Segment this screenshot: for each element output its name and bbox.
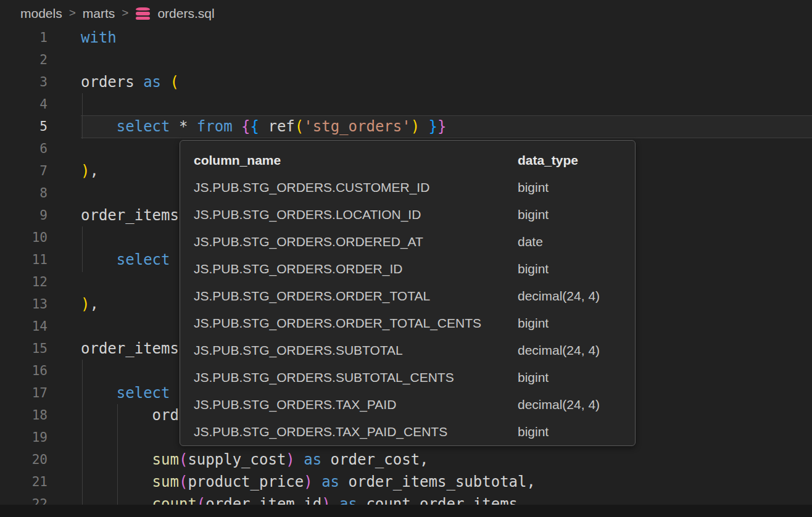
code-line-4[interactable] [81, 93, 812, 115]
code-token: order_cost, [321, 451, 428, 468]
code-token: supply_cost [188, 451, 286, 468]
popup-cell-column-name: JS.PUB.STG_ORDERS.ORDER_TOTAL [194, 289, 430, 303]
code-line-2[interactable] [81, 49, 812, 71]
code-token: select [117, 118, 170, 135]
line-number-14: 14 [0, 315, 48, 337]
code-token [259, 118, 268, 135]
code-token [233, 118, 241, 135]
line-number-4: 4 [0, 93, 48, 115]
code-token [81, 451, 152, 468]
code-token: as [321, 473, 339, 490]
line-number-1: 1 [0, 27, 48, 49]
popup-cell-data-type: bigint [518, 310, 549, 337]
code-token: with [81, 29, 117, 46]
code-token: order_items [81, 340, 179, 357]
code-token [81, 473, 152, 490]
popup-row: JS.PUB.STG_ORDERS.TAX_PAIDdecimal(24, 4) [180, 391, 635, 418]
popup-cell-column-name: JS.PUB.STG_ORDERS.CUSTOMER_ID [194, 180, 429, 194]
line-number-5: 5 [0, 115, 48, 138]
code-token [313, 473, 321, 490]
code-token: ( [179, 473, 188, 490]
code-token: order_items [81, 207, 179, 224]
code-token: , [89, 162, 98, 180]
code-token: select [117, 384, 170, 402]
breadcrumb-item-models[interactable]: models [20, 6, 62, 21]
column-info-popup: column_name data_type JS.PUB.STG_ORDERS.… [180, 140, 636, 446]
popup-cell-column-name: JS.PUB.STG_ORDERS.ORDERED_AT [194, 234, 423, 249]
popup-cell-data-type: date [518, 228, 543, 255]
code-token [420, 118, 428, 135]
popup-header-column-name: column_name [194, 153, 281, 167]
popup-cell-column-name: JS.PUB.STG_ORDERS.SUBTOTAL_CENTS [194, 370, 454, 384]
line-number-18: 18 [0, 404, 48, 426]
line-number-9: 9 [0, 204, 48, 226]
code-token: order_items_subtotal, [339, 473, 536, 490]
code-token: ) [81, 296, 89, 313]
code-token: 'stg_orders' [304, 118, 410, 135]
code-line-1[interactable]: with [81, 27, 812, 49]
line-number-21: 21 [0, 471, 48, 493]
popup-cell-data-type: bigint [518, 255, 549, 283]
line-number-13: 13 [0, 293, 48, 315]
popup-cell-data-type: bigint [518, 418, 549, 445]
code-token: sum [152, 451, 179, 468]
breadcrumb: models > marts > orders.sql [0, 0, 812, 27]
code-line-3[interactable]: orders as ( [81, 71, 812, 93]
code-token: as [304, 451, 321, 468]
popup-cell-column-name: JS.PUB.STG_ORDERS.TAX_PAID [194, 397, 396, 412]
popup-cell-column-name: JS.PUB.STG_ORDERS.ORDER_ID [194, 262, 402, 276]
line-number-gutter: 12345678910111213141516171819202122 [0, 27, 48, 515]
code-token [81, 118, 117, 135]
code-token: ) [411, 118, 420, 135]
code-token [161, 73, 170, 91]
code-token [295, 451, 304, 468]
popup-cell-data-type: bigint [518, 174, 549, 201]
code-token: ref [268, 118, 294, 135]
code-token: , [89, 296, 98, 313]
line-number-11: 11 [0, 249, 48, 271]
code-token: { [251, 118, 259, 135]
line-number-2: 2 [0, 49, 48, 71]
popup-cell-column-name: JS.PUB.STG_ORDERS.SUBTOTAL [194, 343, 403, 357]
popup-header-data-type: data_type [518, 147, 578, 174]
line-number-6: 6 [0, 138, 48, 160]
popup-row: JS.PUB.STG_ORDERS.ORDER_IDbigint [180, 255, 635, 283]
code-token: orders [81, 73, 143, 91]
chevron-right-icon: > [122, 6, 128, 20]
popup-cell-data-type: decimal(24, 4) [518, 283, 600, 310]
line-number-19: 19 [0, 426, 48, 449]
popup-header-row: column_name data_type [180, 147, 635, 174]
popup-cell-column-name: JS.PUB.STG_ORDERS.LOCATION_ID [194, 207, 421, 221]
line-number-16: 16 [0, 360, 48, 382]
popup-cell-data-type: bigint [518, 364, 549, 391]
code-token: } [429, 118, 437, 135]
popup-cell-data-type: decimal(24, 4) [518, 337, 600, 364]
line-number-12: 12 [0, 271, 48, 293]
code-token: * [170, 118, 197, 135]
popup-cell-data-type: bigint [518, 201, 549, 228]
line-number-8: 8 [0, 182, 48, 204]
code-token: ( [170, 73, 179, 91]
code-token: as [143, 73, 161, 91]
popup-cell-column-name: JS.PUB.STG_ORDERS.ORDER_TOTAL_CENTS [194, 316, 481, 330]
popup-cell-data-type: decimal(24, 4) [518, 391, 600, 418]
popup-row: JS.PUB.STG_ORDERS.SUBTOTALdecimal(24, 4) [180, 337, 635, 364]
breadcrumb-item-marts[interactable]: marts [83, 6, 115, 21]
code-line-5[interactable]: select * from {{ ref('stg_orders') }} [81, 115, 812, 138]
editor-screen: models > marts > orders.sql 123456789101… [0, 0, 812, 517]
code-token: ) [286, 451, 294, 468]
popup-row: JS.PUB.STG_ORDERS.SUBTOTAL_CENTSbigint [180, 364, 635, 391]
popup-row: JS.PUB.STG_ORDERS.ORDER_TOTALdecimal(24,… [180, 283, 635, 310]
code-token: from [197, 118, 233, 135]
popup-row: JS.PUB.STG_ORDERS.TAX_PAID_CENTSbigint [180, 418, 635, 445]
code-token: ) [304, 473, 312, 490]
chevron-right-icon: > [69, 6, 76, 20]
code-token: ord [81, 407, 179, 424]
breadcrumb-item-file[interactable]: orders.sql [157, 6, 214, 21]
code-token: product_price [188, 473, 304, 490]
code-line-21[interactable]: sum(product_price) as order_items_subtot… [81, 471, 812, 493]
line-number-15: 15 [0, 337, 48, 360]
code-line-20[interactable]: sum(supply_cost) as order_cost, [81, 449, 812, 471]
line-number-20: 20 [0, 449, 48, 471]
popup-row: JS.PUB.STG_ORDERS.ORDER_TOTAL_CENTSbigin… [180, 310, 635, 337]
